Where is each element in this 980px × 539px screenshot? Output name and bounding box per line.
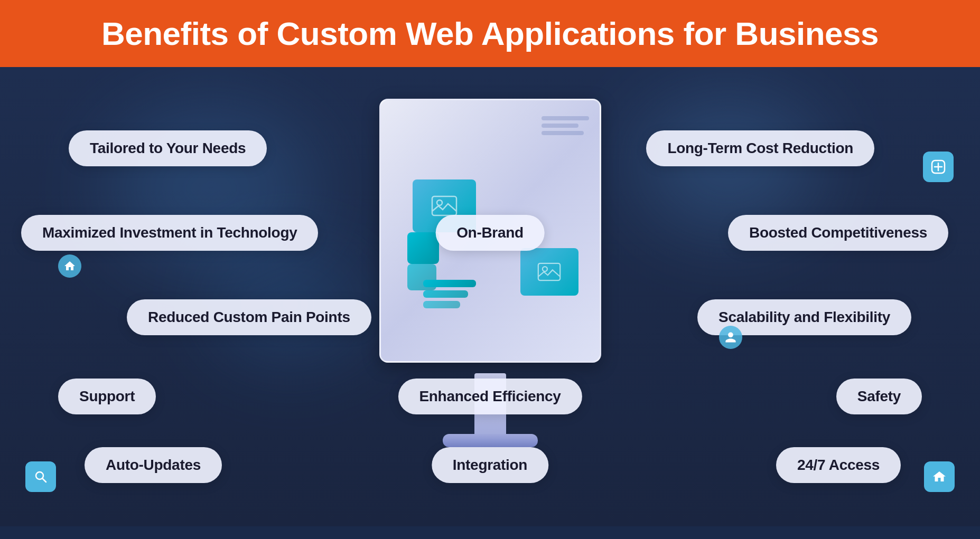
pill-autoupdates: Auto-Updates (85, 447, 222, 483)
folder-strip-3 (423, 301, 460, 308)
doc-line (542, 124, 578, 128)
svg-rect-0 (432, 196, 456, 215)
doc-line (542, 131, 584, 135)
home-icon-small[interactable] (58, 254, 81, 278)
pill-support: Support (58, 379, 156, 414)
svg-line-8 (43, 479, 46, 483)
home-icon[interactable] (924, 461, 955, 492)
doc-lines-decoration (542, 116, 589, 138)
header: Benefits of Custom Web Applications for … (0, 0, 980, 67)
pill-boosted: Boosted Competitiveness (728, 215, 948, 251)
pill-maximized: Maximized Investment in Technology (21, 215, 318, 251)
person-icon-small[interactable] (719, 326, 742, 349)
pill-tailored: Tailored to Your Needs (69, 130, 267, 166)
pill-longterm: Long-Term Cost Reduction (646, 130, 874, 166)
pill-integration: Integration (432, 447, 548, 483)
image-placeholder-2 (520, 248, 578, 296)
svg-rect-2 (538, 263, 560, 280)
main-content: Tailored to Your Needs Long-Term Cost Re… (0, 67, 980, 526)
plus-icon[interactable] (923, 152, 954, 182)
monitor-base (443, 434, 538, 447)
pill-access: 24/7 Access (776, 447, 901, 483)
svg-point-3 (543, 267, 547, 271)
folder-strip-2 (423, 290, 468, 298)
svg-point-1 (437, 200, 442, 205)
folder-tab-1 (407, 232, 439, 264)
pill-safety: Safety (836, 379, 922, 414)
doc-line (542, 116, 589, 120)
folder-strip-1 (423, 280, 476, 287)
pill-onbrand: On-Brand (435, 215, 545, 251)
page-title: Benefits of Custom Web Applications for … (101, 15, 879, 52)
pill-reduced: Reduced Custom Pain Points (127, 299, 371, 335)
search-icon[interactable] (25, 461, 56, 492)
pill-efficiency: Enhanced Efficiency (398, 379, 582, 414)
